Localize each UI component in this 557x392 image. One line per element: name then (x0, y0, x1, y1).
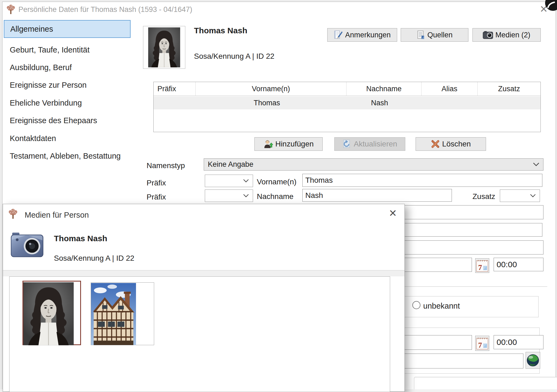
calendar-icon: 7 (476, 337, 488, 350)
sidebar-item-geburt[interactable]: Geburt, Taufe, Identität (10, 44, 131, 55)
sidebar-item-ausbildung[interactable]: Ausbildung, Beruf (10, 62, 131, 73)
sidebar-item-ereignisse-ehepaar[interactable]: Ereignisse des Ehepaars (10, 115, 131, 126)
col-vorname: Vorname(n) (196, 82, 346, 96)
svg-text:7: 7 (478, 263, 482, 272)
chevron-down-icon (533, 162, 539, 166)
namenstyp-select[interactable]: Keine Angabe (204, 158, 543, 171)
person-id-line: Sosa/Kennung A | ID 22 (194, 52, 274, 61)
praefix-select-1[interactable] (205, 175, 253, 187)
camera-large-icon (11, 230, 44, 258)
media-thumbnail-portrait[interactable] (22, 281, 81, 345)
globe-lookup-button[interactable] (526, 352, 540, 369)
media-window: Medien für Person ✕ Thomas Nash Sosa/Ken… (3, 204, 405, 392)
media-strip (3, 270, 404, 276)
media-content-area (9, 276, 390, 392)
calendar-picker-button-1[interactable]: 7 (475, 258, 489, 273)
house-thumbnail-image (91, 283, 136, 345)
notes-pen-icon (334, 30, 343, 40)
screen: Persönliche Daten für Thomas Nash (1593 … (0, 0, 557, 392)
sidebar-item-eheliche-verbindung[interactable]: Eheliche Verbindung (10, 97, 131, 109)
unbekannt-radio[interactable] (412, 301, 420, 309)
anmerkungen-button[interactable]: Anmerkungen (327, 28, 397, 42)
app-tree-icon (7, 208, 19, 219)
refresh-icon (342, 139, 352, 149)
loeschen-button[interactable]: Löschen (416, 137, 486, 151)
col-praefix: Präfix (154, 82, 196, 96)
sources-document-icon (416, 30, 425, 40)
praefix-select-2[interactable] (205, 190, 253, 202)
delete-x-icon (431, 139, 440, 149)
name-table-header: Präfix Vorname(n) Nachname Alias Zusatz (154, 82, 540, 96)
portrait-thumbnail-image (23, 282, 74, 346)
sidebar-item-kontaktdaten[interactable]: Kontaktdaten (10, 133, 131, 144)
zusatz-label: Zusatz (472, 192, 495, 201)
person-portrait (143, 26, 185, 69)
globe-icon (526, 353, 539, 367)
media-thumbnail-house[interactable] (91, 282, 154, 345)
col-zusatz: Zusatz (478, 82, 540, 96)
time-field-1[interactable] (494, 258, 543, 271)
main-window-title: Persönliche Daten für Thomas Nash (1593 … (18, 5, 192, 14)
col-nachname: Nachname (346, 82, 422, 96)
add-person-icon (263, 139, 273, 149)
name-table: Präfix Vorname(n) Nachname Alias Zusatz … (153, 82, 541, 132)
quellen-button[interactable]: Quellen (401, 28, 468, 42)
media-window-title: Medien für Person (25, 211, 89, 220)
media-person-id-line: Sosa/Kennung A | ID 22 (54, 254, 134, 263)
hinzufuegen-button[interactable]: Hinzufügen (254, 137, 323, 151)
col-alias: Alias (422, 82, 478, 96)
medien-button[interactable]: Medien (2) (472, 28, 541, 42)
unbekannt-label: unbekannt (423, 302, 460, 311)
time-field-2[interactable] (494, 335, 543, 349)
app-tree-icon (5, 4, 16, 15)
nachname-input[interactable] (302, 189, 452, 202)
camera-icon (483, 31, 493, 39)
vorname-label: Vorname(n) (257, 178, 296, 186)
nachname-label: Nachname (257, 192, 293, 201)
chevron-down-icon (243, 179, 249, 183)
aktualisieren-button: Aktualisieren (334, 137, 405, 151)
calendar-picker-button-2[interactable]: 7 (475, 336, 489, 351)
media-close-button[interactable]: ✕ (389, 208, 397, 218)
chevron-down-icon (530, 194, 536, 198)
namenstyp-label: Namenstyp (147, 161, 185, 170)
zusatz-select[interactable] (500, 190, 540, 202)
sidebar-item-allgemeines[interactable]: Allgemeines (4, 20, 131, 38)
praefix-label-1: Präfix (147, 179, 166, 187)
praefix-label-2: Präfix (147, 193, 166, 201)
svg-text:7: 7 (478, 341, 482, 349)
table-row[interactable]: Thomas Nash (154, 96, 540, 109)
calendar-icon: 7 (476, 259, 488, 272)
vorname-input[interactable] (302, 174, 542, 187)
media-person-name: Thomas Nash (54, 234, 107, 243)
person-name: Thomas Nash (194, 26, 247, 35)
chevron-down-icon (243, 194, 249, 198)
sidebar-item-testament[interactable]: Testament, Ableben, Bestattung (10, 150, 131, 162)
sidebar-item-ereignisse-person[interactable]: Ereignisse zur Person (10, 79, 131, 91)
sidebar-item-label: Allgemeines (10, 25, 53, 34)
